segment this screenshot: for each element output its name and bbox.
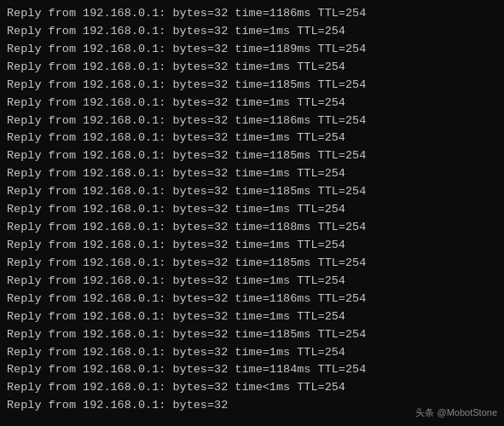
terminal-line: Reply from 192.168.0.1: bytes=32 time=1m… (7, 23, 497, 41)
terminal-line: Reply from 192.168.0.1: bytes=32 time=11… (7, 219, 497, 237)
terminal-line: Reply from 192.168.0.1: bytes=32 time=11… (7, 326, 497, 344)
terminal-line: Reply from 192.168.0.1: bytes=32 time=1m… (7, 237, 497, 255)
terminal-line: Reply from 192.168.0.1: bytes=32 time=11… (7, 291, 497, 308)
terminal-line: Reply from 192.168.0.1: bytes=32 time=11… (7, 112, 497, 130)
terminal-line: Reply from 192.168.0.1: bytes=32 time=11… (7, 361, 497, 379)
terminal-line: Reply from 192.168.0.1: bytes=32 time=1m… (7, 308, 497, 326)
terminal-line: Reply from 192.168.0.1: bytes=32 time=1m… (7, 130, 497, 147)
terminal-output: Reply from 192.168.0.1: bytes=32 time=11… (7, 5, 497, 415)
terminal-line: Reply from 192.168.0.1: bytes=32 time=11… (7, 183, 497, 201)
terminal-line: Reply from 192.168.0.1: bytes=32 time=11… (7, 147, 497, 165)
terminal-line: Reply from 192.168.0.1: bytes=32 time=1m… (7, 201, 497, 219)
terminal-line: Reply from 192.168.0.1: bytes=32 time=1m… (7, 165, 497, 183)
terminal-line: Reply from 192.168.0.1: bytes=32 time=11… (7, 5, 497, 23)
terminal-line: Reply from 192.168.0.1: bytes=32 time=1m… (7, 273, 497, 291)
terminal-line: Reply from 192.168.0.1: bytes=32 time=11… (7, 255, 497, 273)
watermark-label: 头条 @MobotStone (415, 406, 497, 419)
terminal-line: Reply from 192.168.0.1: bytes=32 time<1m… (7, 379, 497, 397)
terminal-line: Reply from 192.168.0.1: bytes=32 time=11… (7, 41, 497, 59)
terminal-line: Reply from 192.168.0.1: bytes=32 time=1m… (7, 59, 497, 77)
terminal-line: Reply from 192.168.0.1: bytes=32 time=11… (7, 77, 497, 95)
terminal-line: Reply from 192.168.0.1: bytes=32 time=1m… (7, 344, 497, 362)
terminal-line: Reply from 192.168.0.1: bytes=32 time=1m… (7, 95, 497, 112)
